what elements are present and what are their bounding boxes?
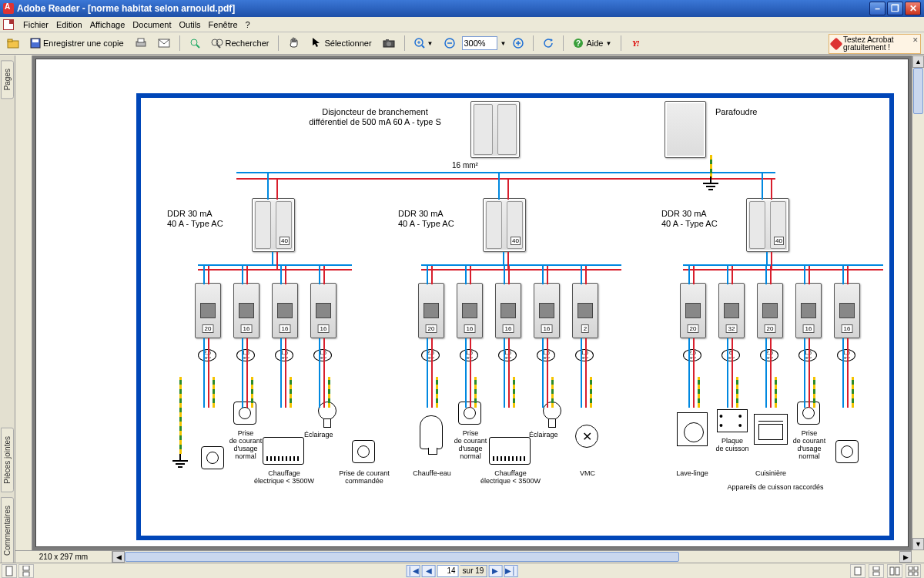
search-icon-button[interactable] — [186, 35, 204, 52]
menu-help[interactable]: ? — [246, 20, 250, 29]
breaker-g1-4: 16 — [310, 283, 336, 338]
menu-window[interactable]: Fenêtre — [209, 20, 238, 29]
window-titlebar: Adobe Reader - [norme habitat selon arno… — [0, 0, 924, 17]
rotate-button[interactable] — [539, 35, 557, 52]
hand-tool-button[interactable] — [284, 35, 304, 52]
menu-document[interactable]: Document — [132, 20, 171, 29]
zoom-dropdown-icon[interactable]: ▼ — [500, 40, 507, 47]
snapshot-tool-button[interactable] — [379, 35, 399, 52]
layout-continuous-button[interactable] — [869, 564, 884, 578]
svg-text:?: ? — [576, 39, 581, 48]
breaker-g3-3: 20 — [757, 283, 783, 338]
prev-page-button[interactable]: ◀ — [422, 565, 436, 577]
document-viewport[interactable]: Disjoncteur de branchementdifférentiel d… — [15, 55, 912, 550]
minimize-button[interactable]: – — [869, 2, 886, 15]
menu-view[interactable]: Affichage — [90, 20, 126, 29]
label-lave-linge: Lave-linge — [665, 469, 719, 477]
zoom-in-button[interactable]: ▼ — [410, 35, 437, 52]
main-toolbar: Enregistrer une copie Rechercher Sélecti… — [0, 32, 924, 55]
email-button[interactable] — [154, 35, 174, 52]
svg-point-13 — [387, 42, 391, 46]
label-chauffe-eau: Chauffe-eau — [405, 469, 459, 477]
print-button[interactable] — [131, 35, 151, 52]
zoom-out-circled-button[interactable] — [440, 35, 459, 52]
tab-attachments[interactable]: Pièces jointes — [1, 428, 14, 492]
scroll-thumb-h[interactable] — [125, 552, 679, 562]
promo-line2: gratuitement ! — [843, 43, 890, 52]
diagram-frame: Disjoncteur de branchementdifférentiel d… — [136, 93, 894, 540]
scroll-left-button[interactable]: ◀ — [112, 551, 125, 563]
continuous-page-button[interactable] — [18, 564, 34, 578]
ruler-gutter — [15, 55, 32, 550]
label-eclairage-2: Éclairage — [529, 431, 575, 439]
side-panel-tabs: Pages Pièces jointes Commentaires — [0, 55, 15, 564]
washer-icon — [677, 412, 708, 446]
svg-rect-5 — [138, 39, 144, 42]
layout-single-button[interactable] — [850, 564, 865, 578]
svg-rect-28 — [23, 572, 29, 576]
scroll-thumb-v[interactable] — [913, 68, 923, 114]
ground-symbol — [703, 176, 718, 190]
horizontal-scrollbar[interactable]: 210 x 297 mm ◀ ▶ — [15, 550, 912, 563]
menu-tools[interactable]: Outils — [179, 20, 200, 29]
svg-line-16 — [422, 45, 424, 48]
breaker-g1-3: 16 — [272, 283, 298, 338]
tab-comments[interactable]: Commentaires — [1, 497, 14, 564]
svg-rect-27 — [23, 566, 29, 570]
ground-bus — [159, 377, 871, 380]
single-page-button[interactable] — [2, 564, 17, 578]
label-chauffage: Chauffageélectrique < 3500W — [249, 469, 319, 485]
waterheater-icon — [420, 415, 443, 449]
help-label: Aide — [586, 39, 603, 48]
acrobat-promo-banner[interactable]: Testez Acrobat gratuitement ! ✕ — [829, 34, 921, 54]
outlet-icon — [352, 440, 375, 463]
device-ddr1: 40 — [252, 198, 295, 252]
page-number-input[interactable] — [437, 565, 459, 577]
svg-rect-33 — [896, 567, 899, 575]
last-page-button[interactable]: ▶│ — [504, 565, 517, 577]
breaker-g1-2: 16 — [233, 283, 259, 338]
status-bar: │◀ ◀ sur 19 ▶ ▶│ — [0, 563, 924, 578]
ddr3-label: DDR 30 mA40 A - Type AC — [661, 209, 746, 229]
close-button[interactable]: ✕ — [905, 2, 921, 15]
yahoo-icon: Y! — [632, 39, 639, 48]
zoom-in-circled-button[interactable] — [509, 35, 527, 52]
layout-facing-button[interactable] — [887, 564, 902, 578]
vertical-scrollbar[interactable]: ▲ ▼ — [912, 55, 924, 550]
separator — [404, 35, 405, 51]
menu-edit[interactable]: Edition — [56, 20, 82, 29]
save-copy-label: Enregistrer une copie — [43, 39, 124, 48]
scroll-down-button[interactable]: ▼ — [912, 538, 924, 550]
select-tool-button[interactable]: Sélectionner — [307, 35, 375, 52]
ddr1-label: DDR 30 mA40 A - Type AC — [167, 209, 252, 229]
vmc-icon — [575, 425, 598, 448]
first-page-button[interactable]: │◀ — [407, 565, 420, 577]
mdi-doc-icon — [3, 19, 14, 30]
open-button[interactable] — [3, 35, 23, 52]
tab-pages[interactable]: Pages — [1, 60, 14, 99]
device-ddr3: 40 — [746, 198, 789, 252]
search-button[interactable]: Rechercher — [207, 35, 273, 52]
scroll-up-button[interactable]: ▲ — [912, 55, 924, 68]
promo-close-icon[interactable]: ✕ — [912, 36, 919, 44]
breaker-g2-3: 16 — [495, 283, 521, 338]
separator — [278, 35, 279, 51]
label-surge: Parafoudre — [715, 107, 808, 117]
device-surge-arrester — [665, 101, 706, 158]
svg-rect-14 — [386, 39, 389, 42]
maximize-button[interactable]: ❐ — [887, 2, 903, 15]
scroll-right-button[interactable]: ▶ — [899, 551, 912, 563]
menu-file[interactable]: Fichier — [23, 20, 49, 29]
breaker-g3-2: 32 — [718, 283, 745, 338]
yahoo-toolbar-button[interactable]: Y! — [627, 35, 644, 52]
device-ddr2: 40 — [483, 198, 526, 252]
svg-rect-3 — [32, 39, 38, 42]
help-button[interactable]: ?Aide▼ — [569, 35, 615, 52]
label-vmc: VMC — [572, 469, 603, 477]
next-page-button[interactable]: ▶ — [488, 565, 502, 577]
layout-continuous-facing-button[interactable] — [906, 564, 921, 578]
svg-rect-32 — [890, 567, 894, 575]
svg-rect-26 — [6, 566, 12, 576]
zoom-input[interactable] — [462, 36, 497, 50]
save-copy-button[interactable]: Enregistrer une copie — [26, 35, 128, 52]
